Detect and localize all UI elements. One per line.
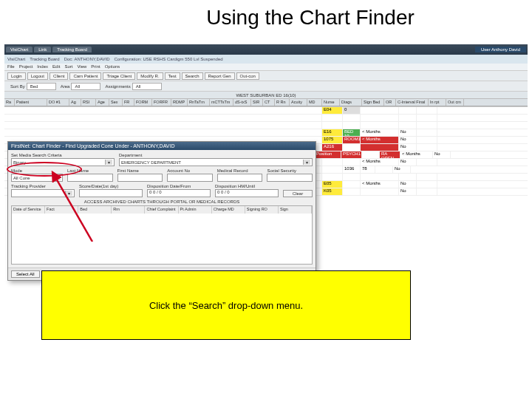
grid-col-header[interactable]: SIR	[251, 99, 263, 106]
login-button[interactable]: Login	[7, 72, 26, 80]
tab-tracking-board[interactable]: Tracking Board	[52, 47, 91, 52]
tab-visichart[interactable]: VisiChart	[6, 47, 33, 52]
results-col-header[interactable]: Fact	[45, 206, 78, 214]
grid-col-header[interactable]: RnTaTm	[188, 99, 210, 106]
crumb-module: VisiChart	[7, 57, 25, 61]
chevron-down-icon: ▾	[53, 175, 61, 180]
reportgen-button[interactable]: Report Gen	[205, 72, 235, 80]
grid-col-header[interactable]: Sex	[109, 99, 123, 106]
toolbar: Login Logout Client Cam Patient Triage C…	[4, 71, 528, 81]
results-col-header[interactable]: Signing RO	[245, 206, 279, 214]
results-col-header[interactable]: Sign	[279, 206, 312, 214]
area-select[interactable]: All	[71, 83, 100, 90]
select-all-button[interactable]: Select All	[11, 270, 40, 278]
menu-print[interactable]: Print	[91, 64, 100, 69]
grid-col-header[interactable]: Nurse	[322, 99, 340, 106]
firstname-label: First Name	[117, 168, 163, 173]
grid-col-header[interactable]: FORFR	[152, 99, 171, 106]
chevron-down-icon: ▾	[105, 160, 112, 165]
grid-col-header[interactable]: RDMP	[171, 99, 188, 106]
mrn-label: Medical Record	[217, 168, 263, 173]
assignments-select[interactable]: All	[132, 83, 162, 90]
search-dropdown[interactable]: Binary ▾	[11, 158, 115, 166]
menu-project[interactable]: Project	[19, 64, 33, 69]
lastname-input[interactable]	[67, 174, 113, 182]
grid-col-header[interactable]: DO #1	[47, 99, 69, 106]
grid-col-header[interactable]: Ag	[69, 99, 81, 106]
grid-col-header[interactable]: Ra	[4, 99, 15, 106]
grid-col-header[interactable]: CT	[263, 99, 275, 106]
logout-button[interactable]: Logout	[27, 72, 48, 80]
search-dropdown-value: Binary	[13, 160, 26, 165]
department-dropdown[interactable]: EMERGENCY DEPARTMENT ▾	[119, 158, 313, 166]
breadcrumb: VisiChart Tracking Board Doc: ANTHONY,DA…	[4, 55, 528, 64]
menu-index[interactable]: Index	[37, 64, 48, 69]
results-col-header[interactable]: Pt Admin	[179, 206, 212, 214]
dialog-title: FirstNet: Chart Finder - Find Upgraded C…	[8, 142, 316, 150]
grid-col-header[interactable]: C-Interval Final	[396, 99, 429, 106]
results-col-header[interactable]: Chief Complaint	[145, 206, 178, 214]
chevron-down-icon: ▾	[65, 191, 72, 196]
test-button[interactable]: Test	[165, 72, 180, 80]
table-row[interactable]	[4, 115, 528, 122]
grid-col-header[interactable]: In rpt	[429, 99, 446, 106]
menu-sort[interactable]: Sort	[64, 64, 72, 69]
tracking-dropdown[interactable]: ▾	[11, 189, 75, 197]
outcon-button[interactable]: Out-con	[236, 72, 259, 80]
grid-col-header[interactable]: FORM	[134, 99, 152, 106]
grid-col-header[interactable]: Acuity	[290, 99, 307, 106]
clear-button[interactable]: Clear	[283, 190, 313, 197]
application-window: VisiChart Link Tracking Board User Antho…	[4, 44, 528, 296]
modify-button[interactable]: Modify R.	[137, 72, 163, 80]
grid-col-header[interactable]: dS-txS	[233, 99, 251, 106]
grid-col-header[interactable]: Patient	[15, 99, 47, 106]
grid-col-header[interactable]: mCTTsTm	[210, 99, 233, 106]
results-col-header[interactable]: Bed	[78, 206, 112, 214]
grid-col-header[interactable]: R Rn	[275, 99, 290, 106]
menu-bar: File Project Index Edit Sort View Print …	[4, 64, 528, 71]
client-button[interactable]: Client	[50, 72, 68, 80]
grid-header: RaPatientDO #1AgRSIAgeSexFRFORMFORFRRDMP…	[4, 99, 528, 106]
account-label: Account No	[167, 168, 213, 173]
grid-col-header[interactable]: MD	[307, 99, 322, 106]
grid-col-header[interactable]: OR	[384, 99, 396, 106]
tab-link[interactable]: Link	[34, 47, 51, 52]
mode-dropdown[interactable]: All Cone▾	[11, 174, 63, 182]
table-row[interactable]	[4, 122, 528, 129]
table-row[interactable]: E040	[4, 107, 528, 115]
assignments-label: Assignments	[105, 84, 130, 89]
grid-body: E040 E16BED 10< MonthsNo 1075ROOM11< Mon…	[4, 106, 528, 299]
menu-options[interactable]: Options	[105, 64, 120, 69]
search-button[interactable]: Search	[182, 72, 203, 80]
menu-edit[interactable]: Edit	[52, 64, 60, 69]
results-col-header[interactable]: Rm	[112, 206, 145, 214]
triage-client-button[interactable]: Triage Client	[103, 72, 135, 80]
grid-col-header[interactable]: Age	[96, 99, 109, 106]
account-input[interactable]	[167, 174, 213, 182]
disp-from-label: Disposition Date/From	[147, 184, 211, 188]
table-row[interactable]: E16BED 10< MonthsNo	[4, 129, 528, 137]
archive-note: ACCESS ARCHIVED CHARTS THROUGH PORTAL OR…	[11, 200, 313, 204]
cam-patient-button[interactable]: Cam Patient	[69, 72, 101, 80]
disp-from-input[interactable]: 0 0 / 0	[147, 189, 211, 197]
menu-file[interactable]: File	[7, 64, 15, 69]
grid-col-header[interactable]: Out cm	[446, 99, 464, 106]
score-date-input[interactable]	[79, 189, 143, 197]
disp-until-label: Disposition HM/Until	[215, 184, 279, 188]
ssn-input[interactable]	[267, 174, 313, 182]
grid-col-header[interactable]: RSI	[81, 99, 96, 106]
grid-col-header[interactable]: Sign Bed	[362, 99, 384, 106]
crumb-board: Tracking Board	[30, 57, 59, 61]
grid-col-header[interactable]: Diags	[340, 99, 362, 106]
chart-finder-dialog: FirstNet: Chart Finder - Find Upgraded C…	[7, 141, 316, 281]
lastname-label: Last Name	[67, 168, 113, 173]
results-col-header[interactable]: Date of Service	[12, 206, 45, 214]
menu-view[interactable]: View	[77, 64, 86, 69]
firstname-input[interactable]	[117, 174, 163, 182]
mrn-input[interactable]	[217, 174, 263, 182]
disp-until-input[interactable]: 0 0 / 0	[215, 189, 279, 197]
instruction-text: Click the “Search” drop-down menu.	[149, 300, 303, 311]
grid-col-header[interactable]: FR	[123, 99, 134, 106]
results-col-header[interactable]: Charge MD	[212, 206, 245, 214]
sortby-select[interactable]: Bed	[27, 83, 56, 90]
